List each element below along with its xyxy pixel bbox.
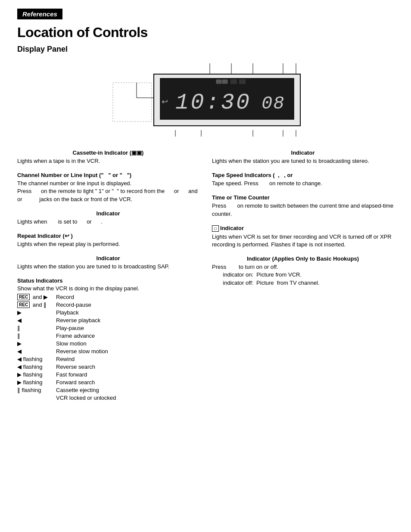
status-row-vcr-locked: VCR locked or unlocked: [17, 395, 199, 401]
basic-hookups-text1: Press to turn on or off.: [212, 263, 394, 271]
status-meaning-cassette-eject: Cassette ejecting: [56, 387, 199, 393]
pause-flash-1: ‖ flashing: [17, 387, 41, 393]
time-counter-section: Time or Time Counter Press on remote to …: [212, 194, 394, 218]
stereo-indicator-text: Lights when the station you are tuned to…: [212, 157, 394, 165]
play-flash-2: ▶ flashing: [17, 379, 42, 386]
svg-rect-0: [113, 83, 152, 121]
svg-rect-8: [239, 79, 246, 84]
play-sym-2: ▶: [17, 340, 22, 347]
page-title: Location of Controls: [17, 25, 394, 40]
channel-input-heading: Channel Number or Line Input (" " or " "…: [17, 172, 199, 178]
rev-sym-2: ◀: [17, 348, 22, 355]
cassette-indicator-heading: Cassette-in Indicator (▣▣): [17, 149, 199, 156]
status-row-cassette-ejecting: ‖ flashing Cassette ejecting: [17, 387, 199, 393]
status-meaning-play-pause: Play-pause: [56, 325, 199, 331]
rev-flash-1: ◀ flashing: [17, 356, 42, 362]
left-column: Cassette-in Indicator (▣▣) Lights when a…: [17, 149, 199, 402]
repeat-indicator-heading: Repeat Indicator (↩ ): [17, 233, 199, 239]
basic-hookups-section: Indicator (Applies Only to Basic Hookups…: [212, 255, 394, 287]
status-table: REC and ▶ Record REC and ‖ Record-pause …: [17, 294, 199, 401]
channel-input-text: The channel number or line input is disp…: [17, 180, 199, 187]
status-row-frame-advance: ‖ Frame advance: [17, 333, 199, 339]
status-meaning-frame-advance: Frame advance: [56, 333, 199, 339]
indicator1-section: Indicator Lights when is set to or .: [17, 210, 199, 226]
status-indicators-desc: Show what the VCR is doing in the displa…: [17, 285, 199, 292]
references-header: References: [17, 9, 62, 19]
svg-text:10:30: 10:30: [175, 90, 251, 115]
time-counter-heading: Time or Time Counter: [212, 194, 394, 201]
status-meaning-playback: Playback: [56, 309, 199, 316]
timer-indicator-heading: □Indicator: [212, 225, 394, 232]
right-column: Indicator Lights when the station you ar…: [212, 149, 394, 402]
play-sym-1: ▶: [17, 309, 22, 316]
status-row-rev-playback: ◀ Reverse playback: [17, 317, 199, 324]
tape-speed-heading: Tape Speed Indicators ( , , or: [212, 172, 394, 178]
sap-indicator-text: Lights when the station you are tuned to…: [17, 263, 199, 271]
status-meaning-rev-search: Reverse search: [56, 364, 199, 370]
tape-speed-text: Tape speed. Press on remote to change.: [212, 180, 394, 187]
display-panel-title: Display Panel: [17, 45, 394, 54]
references-label: References: [22, 10, 57, 18]
time-counter-text: Press on remote to switch between the cu…: [212, 202, 394, 218]
status-row-record: REC and ▶ Record: [17, 294, 199, 300]
timer-indicator-text: Lights when VCR is set for timer recordi…: [212, 233, 394, 249]
basic-hookups-heading: Indicator (Applies Only to Basic Hookups…: [212, 255, 394, 262]
status-row-play-pause: ‖ Play-pause: [17, 325, 199, 331]
basic-hookups-text2: indicator on: Picture from VCR.: [212, 271, 394, 279]
status-row-rev-search: ◀ flashing Reverse search: [17, 364, 199, 370]
status-row-rewind: ◀ flashing Rewind: [17, 356, 199, 362]
svg-text:↩: ↩: [162, 97, 168, 106]
rec-badge-1: REC: [17, 294, 30, 300]
channel-input-section: Channel Number or Line Input (" " or " "…: [17, 172, 199, 203]
repeat-indicator-text: Lights when the repeat play is performed…: [17, 240, 199, 248]
status-row-fwd-search: ▶ flashing Forward search: [17, 379, 199, 386]
cassette-indicator-section: Cassette-in Indicator (▣▣) Lights when a…: [17, 149, 199, 165]
status-row-record-pause: REC and ‖ Record-pause: [17, 302, 199, 308]
status-row-playback: ▶ Playback: [17, 309, 199, 316]
cassette-indicator-text: Lights when a tape is in the VCR.: [17, 157, 199, 165]
play-flash-1: ▶ flashing: [17, 371, 42, 378]
status-meaning-record-pause: Record-pause: [56, 302, 199, 308]
status-row-rev-slow: ◀ Reverse slow motion: [17, 348, 199, 355]
status-indicators-section: Status Indicators Show what the VCR is d…: [17, 277, 199, 401]
svg-rect-7: [230, 79, 237, 84]
pause-sym-1: ‖: [17, 325, 20, 331]
svg-text:08: 08: [262, 93, 285, 114]
sap-indicator-heading: Indicator: [17, 255, 199, 261]
pause-sym-2: ‖: [17, 333, 20, 339]
status-meaning-rev-slow: Reverse slow motion: [56, 348, 199, 355]
status-meaning-record: Record: [56, 294, 199, 300]
status-meaning-slow-motion: Slow motion: [56, 340, 199, 347]
stereo-indicator-section: Indicator Lights when the station you ar…: [212, 149, 394, 165]
status-meaning-rev-playback: Reverse playback: [56, 317, 199, 324]
channel-input-detail: Press on the remote to light " 1" or " "…: [17, 187, 199, 203]
timer-indicator-section: □Indicator Lights when VCR is set for ti…: [212, 225, 394, 249]
status-row-fast-fwd: ▶ flashing Fast forward: [17, 371, 199, 378]
status-indicators-title: Status Indicators: [17, 277, 199, 284]
rec-badge-2: REC: [17, 302, 30, 308]
rev-flash-2: ◀ flashing: [17, 364, 42, 370]
content-area: Cassette-in Indicator (▣▣) Lights when a…: [17, 149, 394, 402]
svg-rect-5: [216, 80, 221, 84]
timer-box-icon: □: [212, 225, 219, 232]
status-meaning-rewind: Rewind: [56, 356, 199, 362]
basic-hookups-text3: indicator off: Picture from TV channel.: [212, 279, 394, 287]
status-row-slow-motion: ▶ Slow motion: [17, 340, 199, 347]
sap-indicator-section: Indicator Lights when the station you ar…: [17, 255, 199, 271]
repeat-indicator-section: Repeat Indicator (↩ ) Lights when the re…: [17, 233, 199, 248]
and-symbol-1: and ▶: [31, 294, 48, 300]
tape-speed-section: Tape Speed Indicators ( , , or Tape spee…: [212, 172, 394, 187]
stereo-indicator-heading: Indicator: [212, 149, 394, 156]
status-meaning-fast-fwd: Fast forward: [56, 371, 199, 378]
indicator1-heading: Indicator: [17, 210, 199, 217]
status-meaning-fwd-search: Forward search: [56, 379, 199, 386]
and-symbol-2: and ‖: [31, 302, 47, 308]
status-meaning-vcr-locked: VCR locked or unlocked: [56, 395, 199, 401]
display-panel-diagram: 10:30 08 ↩: [98, 59, 313, 137]
svg-rect-6: [222, 80, 227, 84]
indicator1-text: Lights when is set to or .: [17, 218, 199, 226]
rev-sym-1: ◀: [17, 317, 22, 324]
